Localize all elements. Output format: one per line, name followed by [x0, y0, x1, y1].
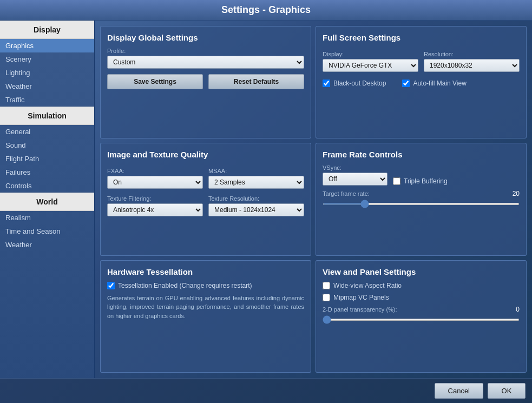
display-global-panel: Display Global Settings Profile: Custom … — [100, 26, 311, 138]
transparency-slider-container: 2-D panel transparency (%): 0 — [323, 306, 520, 323]
texture-filtering-group: Texture Filtering: Anisotropic 4x — [107, 192, 203, 216]
cancel-button[interactable]: Cancel — [435, 383, 483, 399]
sidebar-item-controls[interactable]: Controls — [0, 179, 94, 193]
profile-select[interactable]: Custom — [107, 56, 304, 69]
transparency-slider[interactable] — [323, 319, 520, 321]
wide-view-checkbox[interactable] — [323, 282, 330, 289]
autofill-label: Auto-fill Main View — [413, 80, 466, 87]
frame-rate-panel: Frame Rate Controls VSync: Off Triple Bu… — [316, 143, 527, 255]
sidebar-item-time-and-season[interactable]: Time and Season — [0, 224, 94, 238]
profile-label: Profile: — [107, 48, 304, 54]
content-area: Display Global Settings Profile: Custom … — [95, 21, 532, 378]
reset-defaults-button[interactable]: Reset Defaults — [208, 74, 304, 89]
fxaa-msaa-row: FXAA: On MSAA: 2 Samples — [107, 164, 304, 189]
triple-buffering-label: Triple Buffering — [404, 177, 448, 185]
frame-rate-slider[interactable] — [323, 203, 520, 205]
tessellation-description: Generates terrain on GPU enabling advanc… — [107, 294, 304, 321]
triple-buffering-checkbox[interactable] — [393, 177, 400, 185]
sidebar-item-scenery[interactable]: Scenery — [0, 52, 94, 66]
resolution-select[interactable]: 1920x1080x32 — [424, 59, 520, 72]
frame-rate-title: Frame Rate Controls — [323, 150, 520, 159]
full-screen-title: Full Screen Settings — [323, 33, 520, 42]
page-title: Settings - Graphics — [221, 4, 311, 15]
display-field-group: Display: NVIDIA GeForce GTX — [323, 48, 418, 72]
texture-filtering-label: Texture Filtering: — [107, 195, 203, 202]
target-frame-rate-value: 20 — [506, 190, 520, 197]
texture-row: Texture Filtering: Anisotropic 4x Textur… — [107, 192, 304, 216]
hardware-tessellation-panel: Hardware Tessellation Tessellation Enabl… — [100, 260, 311, 373]
vsync-select[interactable]: Off — [323, 173, 387, 186]
full-screen-row: Display: NVIDIA GeForce GTX Resolution: … — [323, 48, 520, 72]
save-settings-button[interactable]: Save Settings — [107, 74, 203, 89]
blackout-checkbox[interactable] — [323, 80, 330, 87]
sidebar: Display Graphics Scenery Lighting Weathe… — [0, 21, 95, 378]
transparency-slider-row: 2-D panel transparency (%): 0 — [323, 306, 520, 313]
blackout-checkbox-row: Black-out Desktop — [323, 80, 386, 87]
mipmap-row: Mipmap VC Panels — [323, 294, 520, 301]
target-frame-rate-label: Target frame rate: — [323, 190, 502, 197]
sidebar-section-simulation: Simulation General Sound Flight Path Fai… — [0, 107, 94, 193]
ok-button[interactable]: OK — [488, 383, 526, 399]
display-select[interactable]: NVIDIA GeForce GTX — [323, 59, 418, 72]
sidebar-item-sound[interactable]: Sound — [0, 138, 94, 152]
sidebar-item-failures[interactable]: Failures — [0, 166, 94, 179]
hardware-tessellation-title: Hardware Tessellation — [107, 267, 304, 276]
wide-view-label: Wide-view Aspect Ratio — [333, 282, 402, 289]
view-panel-panel: View and Panel Settings Wide-view Aspect… — [316, 260, 527, 373]
panels-row-1: Display Global Settings Profile: Custom … — [100, 26, 527, 138]
global-button-row: Save Settings Reset Defaults — [107, 74, 304, 89]
sidebar-section-world: World Realism Time and Season Weather — [0, 193, 94, 252]
tessellation-label: Tessellation Enabled (Change requires re… — [118, 282, 252, 289]
image-texture-title: Image and Texture Quality — [107, 150, 304, 159]
wide-view-row: Wide-view Aspect Ratio — [323, 282, 520, 289]
display-global-title: Display Global Settings — [107, 33, 304, 42]
sidebar-item-general[interactable]: General — [0, 125, 94, 138]
transparency-value: 0 — [506, 306, 520, 313]
blackout-label: Black-out Desktop — [333, 80, 386, 87]
vsync-row: Off Triple Buffering — [323, 173, 520, 186]
sidebar-item-traffic[interactable]: Traffic — [0, 93, 94, 107]
msaa-label: MSAA: — [208, 168, 304, 174]
resolution-label: Resolution: — [424, 51, 520, 57]
autofill-checkbox-row: Auto-fill Main View — [402, 80, 466, 87]
full-screen-panel: Full Screen Settings Display: NVIDIA GeF… — [316, 26, 527, 138]
resolution-field-group: Resolution: 1920x1080x32 — [424, 48, 520, 72]
transparency-label: 2-D panel transparency (%): — [323, 306, 502, 313]
msaa-select[interactable]: 2 Samples — [208, 176, 304, 189]
autofill-checkbox[interactable] — [402, 80, 410, 87]
footer: Cancel OK — [0, 378, 532, 403]
fxaa-group: FXAA: On — [107, 164, 203, 189]
image-texture-panel: Image and Texture Quality FXAA: On MSAA:… — [100, 143, 311, 255]
mipmap-label: Mipmap VC Panels — [333, 294, 389, 301]
display-label: Display: — [323, 51, 418, 57]
sidebar-section-display: Display Graphics Scenery Lighting Weathe… — [0, 21, 94, 107]
sidebar-item-lighting[interactable]: Lighting — [0, 66, 94, 80]
mipmap-checkbox[interactable] — [323, 294, 330, 301]
sidebar-item-realism[interactable]: Realism — [0, 211, 94, 224]
vsync-label: VSync: — [323, 164, 520, 171]
panels-row-2: Image and Texture Quality FXAA: On MSAA:… — [100, 143, 527, 255]
panels-row-3: Hardware Tessellation Tessellation Enabl… — [100, 260, 527, 373]
msaa-group: MSAA: 2 Samples — [208, 164, 304, 189]
fxaa-select[interactable]: On — [107, 176, 203, 189]
texture-resolution-label: Texture Resolution: — [208, 195, 304, 202]
fxaa-label: FXAA: — [107, 168, 203, 174]
view-panel-title: View and Panel Settings — [323, 267, 520, 276]
sidebar-item-world-weather[interactable]: Weather — [0, 238, 94, 252]
sidebar-section-world-header: World — [0, 193, 94, 211]
sidebar-item-graphics[interactable]: Graphics — [0, 39, 94, 52]
sidebar-section-display-header: Display — [0, 21, 94, 39]
texture-resolution-select[interactable]: Medium - 1024x1024 — [208, 203, 304, 216]
tessellation-checkbox[interactable] — [107, 282, 115, 289]
frame-rate-slider-container: Target frame rate: 20 — [323, 190, 520, 207]
texture-resolution-group: Texture Resolution: Medium - 1024x1024 — [208, 192, 304, 216]
triple-buffering-row: Triple Buffering — [393, 177, 448, 185]
frame-rate-slider-row: Target frame rate: 20 — [323, 190, 520, 197]
sidebar-item-flight-path[interactable]: Flight Path — [0, 152, 94, 166]
tessellation-checkbox-row: Tessellation Enabled (Change requires re… — [107, 282, 304, 289]
texture-filtering-select[interactable]: Anisotropic 4x — [107, 203, 203, 216]
sidebar-section-simulation-header: Simulation — [0, 107, 94, 125]
checkbox-row-full-screen: Black-out Desktop Auto-fill Main View — [323, 75, 520, 87]
sidebar-item-weather-display[interactable]: Weather — [0, 80, 94, 93]
